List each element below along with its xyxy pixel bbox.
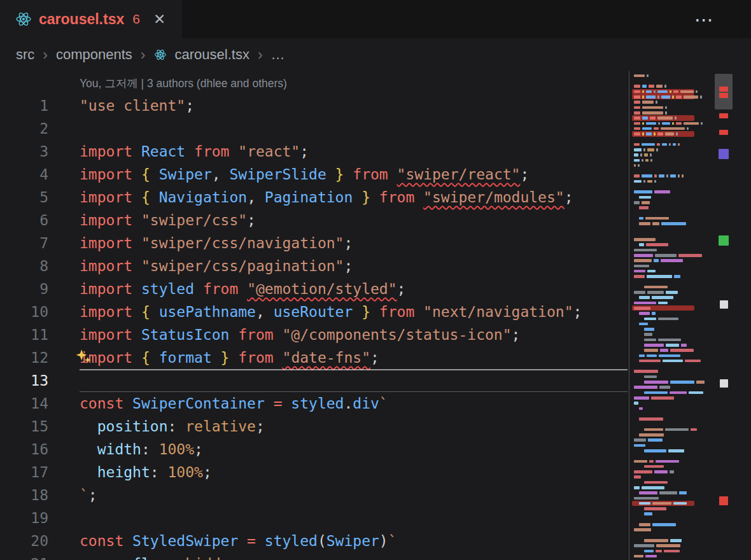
tab-problems-badge: 6 (132, 11, 140, 27)
line-number: 8 (0, 255, 48, 277)
more-actions-button[interactable]: ⋯ (694, 8, 714, 31)
code-line-6[interactable]: 6import "swiper/css"; (0, 209, 628, 232)
line-content[interactable]: "use client"; (80, 94, 628, 117)
line-content[interactable]: import React from "react"; (80, 140, 628, 163)
close-icon[interactable]: ✕ (153, 12, 165, 27)
code-line-11[interactable]: 11import StatusIcon from "@/components/s… (0, 323, 628, 346)
line-number: 18 (0, 484, 48, 507)
code-line-13[interactable]: 13 (0, 369, 628, 392)
breadcrumb-symbol[interactable]: … (271, 46, 285, 63)
line-number: 2 (0, 117, 48, 140)
tab-carousel-tsx[interactable]: carousel.tsx 6 ✕ (0, 0, 182, 38)
chevron-right-icon: › (43, 46, 48, 64)
line-number: 6 (0, 209, 48, 232)
line-number: 15 (0, 415, 48, 438)
code-line-17[interactable]: 17 height: 100%; (0, 461, 628, 484)
line-content[interactable]: import "swiper/css/pagination"; (80, 255, 628, 277)
line-content[interactable]: overflow: hidden; (80, 552, 628, 560)
overview-ruler-mark (719, 496, 728, 505)
react-icon (154, 48, 167, 61)
scrollbar-thumb[interactable] (715, 74, 733, 109)
line-content[interactable]: import { Swiper, SwiperSlide } from "swi… (80, 163, 628, 186)
code-line-7[interactable]: 7import "swiper/css/navigation"; (0, 232, 628, 255)
vscode-window: carousel.tsx 6 ✕ ⋯ src › components › ca… (0, 0, 751, 560)
line-number: 17 (0, 461, 48, 484)
overview-ruler-mark (719, 87, 728, 92)
line-number: 3 (0, 140, 48, 163)
overview-ruler-mark (719, 235, 729, 246)
code-line-15[interactable]: 15 position: relative; (0, 415, 628, 438)
line-number: 20 (0, 529, 48, 552)
react-icon (15, 11, 32, 27)
line-number: 19 (0, 507, 48, 529)
overview-ruler-mark (719, 93, 728, 98)
line-number: 16 (0, 438, 48, 461)
line-content[interactable]: import "swiper/css/navigation"; (80, 232, 628, 255)
code-line-21[interactable]: 21 overflow: hidden; (0, 552, 628, 560)
line-number: 11 (0, 323, 48, 346)
code-line-16[interactable]: 16 width: 100%; (0, 438, 628, 461)
line-content[interactable]: `; (80, 484, 628, 507)
line-number: 10 (0, 300, 48, 323)
sparkle-icon[interactable] (75, 348, 92, 372)
gitlens-authors-annotation[interactable]: You, 그저께 | 3 authors (dhlee and others) (0, 71, 628, 94)
code-line-3[interactable]: 3import React from "react"; (0, 140, 628, 163)
line-content[interactable]: import styled from "@emotion/styled"; (80, 277, 628, 300)
code-line-14[interactable]: 14const SwiperContainer = styled.div` (0, 392, 628, 415)
chevron-right-icon: › (141, 46, 146, 64)
line-number: 1 (0, 94, 48, 117)
line-content[interactable]: const StyledSwiper = styled(Swiper)` (80, 529, 628, 552)
more-actions-icon: ⋯ (694, 9, 714, 30)
overview-ruler-mark (719, 130, 728, 135)
overview-ruler-mark (719, 113, 728, 118)
code-line-9[interactable]: 9import styled from "@emotion/styled"; (0, 277, 628, 300)
code-line-20[interactable]: 20const StyledSwiper = styled(Swiper)` (0, 529, 628, 552)
code-line-8[interactable]: 8import "swiper/css/pagination"; (0, 255, 628, 277)
line-content[interactable]: width: 100%; (80, 438, 628, 461)
line-number: 7 (0, 232, 48, 255)
overview-ruler (714, 71, 733, 560)
breadcrumb: src › components › carousel.tsx › … (0, 38, 751, 71)
line-content[interactable] (80, 369, 628, 392)
line-number: 12 (0, 346, 48, 369)
code-line-5[interactable]: 5import { Navigation, Pagination } from … (0, 186, 628, 209)
minimap[interactable] (629, 71, 714, 560)
editor[interactable]: You, 그저께 | 3 authors (dhlee and others) … (0, 71, 628, 560)
line-number: 21 (0, 552, 48, 560)
tab-filename: carousel.tsx (39, 11, 124, 28)
line-content[interactable]: const SwiperContainer = styled.div` (80, 392, 628, 415)
line-number: 14 (0, 392, 48, 415)
line-number: 5 (0, 186, 48, 209)
code-line-4[interactable]: 4import { Swiper, SwiperSlide } from "sw… (0, 163, 628, 186)
code-line-2[interactable]: 2 (0, 117, 628, 140)
line-content[interactable] (80, 117, 628, 140)
line-number: 4 (0, 163, 48, 186)
overview-ruler-mark (720, 379, 728, 388)
code-line-12[interactable]: 12import { format } from "date-fns"; (0, 346, 628, 369)
code-line-19[interactable]: 19 (0, 507, 628, 529)
chevron-right-icon: › (258, 46, 263, 64)
line-content[interactable]: import "swiper/css"; (80, 209, 628, 232)
line-content[interactable]: import StatusIcon from "@/components/sta… (80, 323, 628, 346)
line-content[interactable]: import { Navigation, Pagination } from "… (80, 186, 628, 209)
overview-ruler-mark (719, 149, 729, 159)
code-line-18[interactable]: 18`; (0, 484, 628, 507)
line-number: 9 (0, 277, 48, 300)
line-content[interactable]: import { usePathname, useRouter } from "… (80, 300, 628, 323)
line-number: 13 (0, 369, 48, 392)
code-line-1[interactable]: 1"use client"; (0, 94, 628, 117)
line-content[interactable]: import { format } from "date-fns"; (80, 346, 628, 369)
overview-ruler-mark (720, 300, 728, 309)
code-area[interactable]: 1"use client";23import React from "react… (0, 94, 628, 560)
breadcrumb-src[interactable]: src (16, 46, 34, 63)
line-content[interactable]: height: 100%; (80, 461, 628, 484)
tab-bar: carousel.tsx 6 ✕ ⋯ (0, 0, 751, 38)
line-content[interactable]: position: relative; (80, 415, 628, 438)
code-line-10[interactable]: 10import { usePathname, useRouter } from… (0, 300, 628, 323)
breadcrumb-components[interactable]: components (56, 46, 132, 63)
minimap-content (634, 73, 712, 559)
line-content[interactable] (80, 507, 628, 529)
breadcrumb-file[interactable]: carousel.tsx (175, 46, 249, 63)
